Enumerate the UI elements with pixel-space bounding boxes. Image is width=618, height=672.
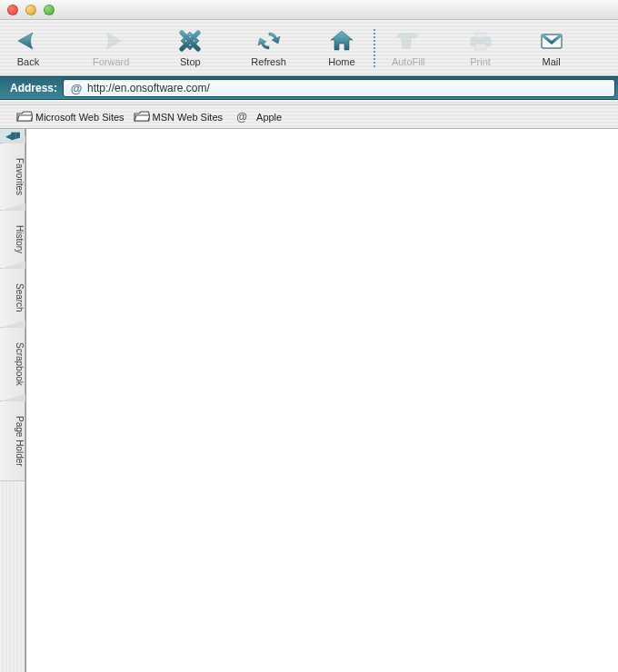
back-button[interactable]: Back bbox=[9, 23, 47, 74]
sidebar-tabs: ◂▮▮ Favorites History Search Scrapbook P… bbox=[0, 129, 25, 672]
bookmark-label: MSN Web Sites bbox=[153, 112, 223, 123]
print-button: Print bbox=[462, 23, 500, 74]
back-label: Back bbox=[17, 56, 39, 67]
stop-icon bbox=[174, 28, 205, 54]
page-content bbox=[25, 129, 618, 672]
address-field[interactable]: @ bbox=[63, 79, 615, 97]
autofill-icon bbox=[393, 28, 424, 54]
forward-button: Forward bbox=[89, 23, 133, 74]
address-label: Address: bbox=[3, 82, 63, 94]
autofill-label: AutoFill bbox=[392, 56, 425, 67]
folder-icon bbox=[16, 111, 31, 124]
bookmark-item[interactable]: @ Apple bbox=[232, 110, 282, 124]
sidebar-tab-page-holder[interactable]: Page Holder bbox=[0, 401, 25, 482]
bookmark-label: Microsoft Web Sites bbox=[35, 112, 125, 123]
home-button[interactable]: Home bbox=[323, 23, 361, 74]
svg-rect-1 bbox=[475, 33, 486, 38]
home-label: Home bbox=[328, 56, 354, 67]
stop-button[interactable]: Stop bbox=[171, 23, 209, 74]
svg-rect-2 bbox=[475, 44, 486, 50]
mail-label: Mail bbox=[542, 56, 560, 67]
bookmark-label: Apple bbox=[256, 112, 282, 123]
toolbar: Back Forward Stop bbox=[0, 20, 618, 76]
print-icon bbox=[465, 28, 496, 54]
print-label: Print bbox=[470, 56, 491, 67]
folder-icon bbox=[134, 111, 148, 124]
sidebar-tab-scrapbook[interactable]: Scrapbook bbox=[0, 328, 25, 401]
refresh-button[interactable]: Refresh bbox=[247, 23, 290, 74]
bookmarksbar: Microsoft Web Sites MSN Web Sites @ Appl… bbox=[0, 105, 618, 129]
autofill-button: AutoFill bbox=[388, 23, 429, 74]
zoom-window-button[interactable] bbox=[44, 5, 55, 15]
refresh-label: Refresh bbox=[251, 56, 286, 67]
mail-icon bbox=[536, 28, 567, 54]
back-icon bbox=[13, 28, 44, 54]
at-icon: @ bbox=[69, 81, 84, 95]
forward-icon bbox=[95, 28, 126, 54]
mail-button[interactable]: Mail bbox=[533, 23, 571, 74]
url-input[interactable] bbox=[87, 82, 613, 94]
sidebar-tab-favorites[interactable]: Favorites bbox=[0, 143, 25, 211]
home-icon bbox=[326, 28, 357, 54]
stop-label: Stop bbox=[180, 56, 201, 67]
bookmark-item[interactable]: MSN Web Sites bbox=[134, 111, 223, 124]
sidebar-tab-search[interactable]: Search bbox=[0, 269, 25, 328]
minimize-window-button[interactable] bbox=[25, 5, 36, 15]
titlebar bbox=[0, 0, 618, 20]
close-window-button[interactable] bbox=[7, 5, 18, 15]
sidebar-tab-history[interactable]: History bbox=[0, 211, 25, 269]
toolbar-separator bbox=[374, 29, 375, 67]
addressbar: Address: @ bbox=[0, 76, 618, 100]
at-icon: @ bbox=[235, 110, 248, 124]
refresh-icon bbox=[254, 28, 284, 54]
bookmark-item[interactable]: Microsoft Web Sites bbox=[16, 111, 125, 124]
content-row: ◂▮▮ Favorites History Search Scrapbook P… bbox=[0, 129, 618, 672]
forward-label: Forward bbox=[93, 56, 129, 67]
